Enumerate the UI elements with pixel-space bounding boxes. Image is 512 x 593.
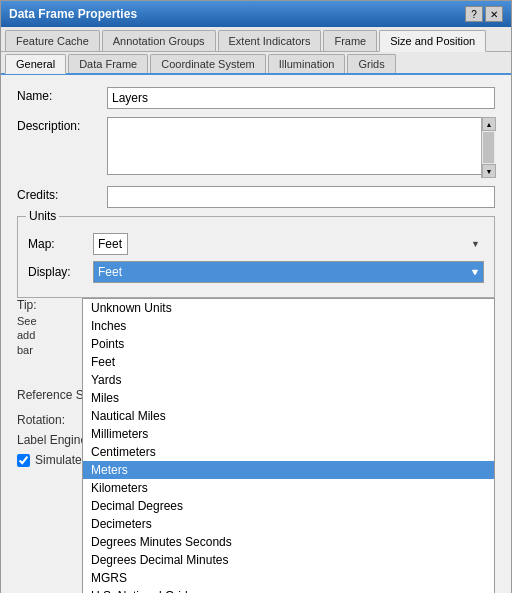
description-control: ▲ ▼ [107, 117, 495, 178]
dropdown-item-mgrs[interactable]: MGRS [83, 569, 494, 587]
map-row: Map: Feet [28, 233, 484, 255]
name-row: Name: [17, 87, 495, 109]
dialog-window: Data Frame Properties ? ✕ Feature Cache … [0, 0, 512, 593]
dropdown-item-points[interactable]: Points [83, 335, 494, 353]
dialog-title: Data Frame Properties [9, 7, 137, 21]
display-select-wrapper: Feet ▼ [93, 261, 484, 283]
dropdown-item-kilometers[interactable]: Kilometers [83, 479, 494, 497]
tab-row-2: General Data Frame Coordinate System Ill… [1, 52, 511, 75]
tab-feature-cache[interactable]: Feature Cache [5, 30, 100, 51]
units-label: Units [26, 209, 59, 223]
display-dropdown-arrow: ▼ [470, 267, 479, 277]
title-bar: Data Frame Properties ? ✕ [1, 1, 511, 27]
reference-scale-label: Reference Sc [17, 388, 90, 402]
description-textarea[interactable] [107, 117, 495, 175]
dropdown-item-unknown-units[interactable]: Unknown Units [83, 299, 494, 317]
tip-label: Tip: [17, 298, 82, 312]
tip-text: See add bar [17, 314, 82, 357]
dropdown-item-meters[interactable]: Meters [83, 461, 494, 479]
credits-row: Credits: [17, 186, 495, 208]
dropdown-item-us-national-grid[interactable]: U.S. National Grid [83, 587, 494, 593]
tip-area: Tip: See add bar [17, 298, 82, 357]
dropdown-item-yards[interactable]: Yards [83, 371, 494, 389]
dropdown-item-decimal-degrees[interactable]: Decimal Degrees [83, 497, 494, 515]
simulate-checkbox[interactable] [17, 454, 30, 467]
tip-line2: add [17, 329, 35, 341]
display-select-value: Feet [98, 265, 122, 279]
tab-row-1: Feature Cache Annotation Groups Extent I… [1, 27, 511, 52]
display-label: Display: [28, 265, 93, 279]
label-engine-label: Label Engine: [17, 433, 90, 447]
help-button[interactable]: ? [465, 6, 483, 22]
dropdown-item-centimeters[interactable]: Centimeters [83, 443, 494, 461]
dropdown-item-miles[interactable]: Miles [83, 389, 494, 407]
display-select-box[interactable]: Feet ▼ [93, 261, 484, 283]
dropdown-item-degrees-decimal-minutes[interactable]: Degrees Decimal Minutes [83, 551, 494, 569]
dropdown-item-degrees-minutes-seconds[interactable]: Degrees Minutes Seconds [83, 533, 494, 551]
description-label: Description: [17, 117, 107, 133]
dropdown-item-inches[interactable]: Inches [83, 317, 494, 335]
title-bar-buttons: ? ✕ [465, 6, 503, 22]
name-label: Name: [17, 87, 107, 103]
name-control [107, 87, 495, 109]
tab-data-frame[interactable]: Data Frame [68, 54, 148, 73]
description-row: Description: ▲ ▼ [17, 117, 495, 178]
dropdown-item-feet[interactable]: Feet [83, 353, 494, 371]
units-group: Units Map: Feet Display: F [17, 216, 495, 298]
tab-size-position[interactable]: Size and Position [379, 30, 486, 52]
dropdown-container: Unknown Units Inches Points Feet Yards M… [17, 298, 495, 593]
tab-annotation-groups[interactable]: Annotation Groups [102, 30, 216, 51]
tab-grids[interactable]: Grids [347, 54, 395, 73]
tab-illumination[interactable]: Illumination [268, 54, 346, 73]
scroll-up-arrow[interactable]: ▲ [482, 117, 496, 131]
tab-coordinate-system[interactable]: Coordinate System [150, 54, 266, 73]
dropdown-item-millimeters[interactable]: Millimeters [83, 425, 494, 443]
content-area: Name: Description: ▲ ▼ Credits: [1, 75, 511, 593]
close-button[interactable]: ✕ [485, 6, 503, 22]
tip-line3: bar [17, 344, 33, 356]
description-textarea-wrapper: ▲ ▼ [107, 117, 495, 178]
tab-extent-indicators[interactable]: Extent Indicators [218, 30, 322, 51]
rotation-label: Rotation: [17, 413, 65, 427]
map-select-wrapper: Feet [93, 233, 484, 255]
dropdown-item-nautical-miles[interactable]: Nautical Miles [83, 407, 494, 425]
scroll-thumb[interactable] [483, 132, 494, 163]
units-inner: Map: Feet Display: Feet ▼ [28, 225, 484, 283]
scroll-down-arrow[interactable]: ▼ [482, 164, 496, 178]
tab-frame[interactable]: Frame [323, 30, 377, 51]
display-row: Display: Feet ▼ [28, 261, 484, 283]
map-select[interactable]: Feet [93, 233, 128, 255]
name-input[interactable] [107, 87, 495, 109]
description-scrollbar[interactable]: ▲ ▼ [481, 117, 495, 178]
credits-input[interactable] [107, 186, 495, 208]
dropdown-item-decimeters[interactable]: Decimeters [83, 515, 494, 533]
tip-line1: See [17, 315, 37, 327]
credits-control [107, 186, 495, 208]
credits-label: Credits: [17, 186, 107, 202]
tab-general[interactable]: General [5, 54, 66, 74]
dropdown-list[interactable]: Unknown Units Inches Points Feet Yards M… [82, 298, 495, 593]
map-label: Map: [28, 237, 93, 251]
